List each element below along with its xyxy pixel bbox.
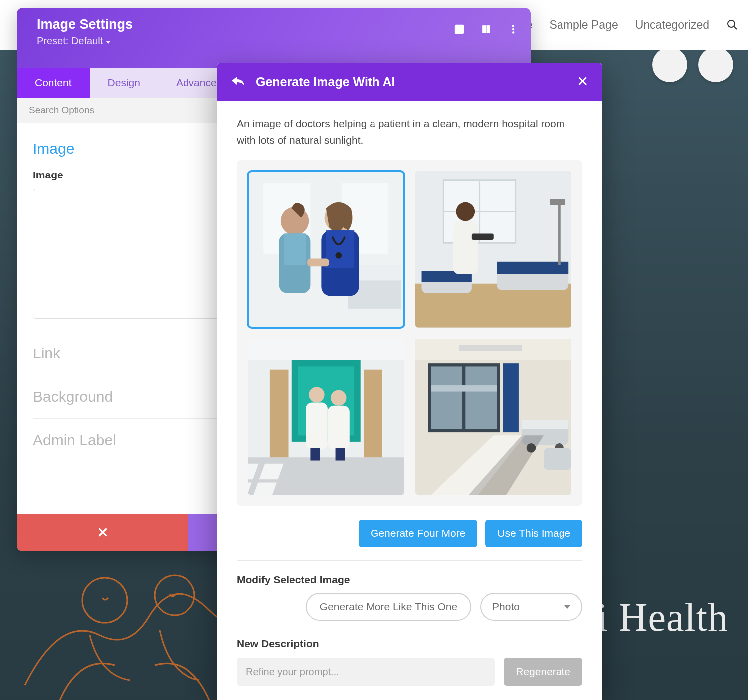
- header-actions: [453, 23, 520, 36]
- ai-prompt-text: An image of doctors helping a patient in…: [237, 116, 582, 148]
- svg-rect-18: [284, 233, 306, 265]
- generate-four-more-button[interactable]: Generate Four More: [359, 520, 477, 547]
- svg-point-52: [331, 390, 346, 405]
- svg-point-34: [456, 202, 475, 221]
- svg-point-10: [512, 32, 514, 34]
- search-icon[interactable]: [726, 19, 738, 31]
- svg-rect-23: [307, 259, 329, 267]
- more-menu-icon[interactable]: [507, 23, 520, 36]
- use-this-image-button[interactable]: Use This Image: [485, 520, 582, 547]
- ai-modal-title: Generate Image With AI: [256, 75, 395, 89]
- svg-point-8: [512, 25, 514, 27]
- svg-rect-55: [336, 448, 345, 460]
- settings-title: Image Settings: [37, 17, 517, 32]
- generated-image-2[interactable]: [415, 171, 572, 328]
- svg-rect-31: [497, 262, 568, 274]
- style-select[interactable]: Photo: [480, 593, 582, 621]
- svg-rect-63: [503, 363, 518, 432]
- svg-rect-35: [453, 221, 478, 274]
- svg-rect-51: [306, 402, 328, 449]
- svg-rect-58: [459, 345, 521, 351]
- refine-prompt-input[interactable]: [237, 658, 495, 686]
- columns-icon[interactable]: [480, 23, 493, 36]
- svg-rect-62: [431, 385, 497, 392]
- back-icon[interactable]: [231, 75, 245, 89]
- nav-link-sample-page[interactable]: Sample Page: [550, 18, 618, 32]
- tab-design[interactable]: Design: [90, 68, 158, 98]
- svg-rect-61: [465, 366, 497, 429]
- chevron-down-icon: [564, 605, 570, 609]
- svg-line-1: [734, 26, 737, 29]
- generate-image-ai-modal: Generate Image With AI ✕ An image of doc…: [217, 63, 602, 700]
- svg-rect-6: [483, 26, 486, 33]
- svg-rect-60: [431, 366, 462, 429]
- ai-primary-actions: Generate Four More Use This Image: [237, 520, 582, 547]
- generated-image-3[interactable]: [248, 339, 404, 495]
- svg-rect-65: [522, 420, 568, 429]
- svg-rect-68: [544, 448, 571, 470]
- svg-rect-5: [457, 27, 461, 31]
- svg-point-0: [728, 20, 735, 27]
- hero-title: i Health: [597, 595, 728, 640]
- settings-header: Image Settings Preset: Default: [17, 8, 531, 68]
- regenerate-button[interactable]: Regenerate: [504, 658, 582, 686]
- new-description-row: Regenerate: [237, 658, 582, 686]
- svg-rect-7: [487, 26, 490, 33]
- tab-content[interactable]: Content: [17, 68, 90, 98]
- new-description-label: New Description: [237, 638, 582, 650]
- style-select-value: Photo: [492, 601, 520, 613]
- svg-rect-36: [471, 233, 493, 240]
- generate-more-like-this-button[interactable]: Generate More Like This One: [306, 593, 471, 621]
- svg-rect-40: [248, 339, 404, 360]
- svg-rect-21: [326, 230, 354, 268]
- preset-label: Preset: Default: [37, 35, 103, 47]
- generated-image-grid: [248, 171, 571, 495]
- cancel-button[interactable]: [17, 514, 188, 551]
- image-grid-container: [237, 160, 582, 506]
- svg-point-9: [512, 28, 514, 30]
- svg-rect-38: [550, 199, 565, 206]
- generated-image-1[interactable]: [248, 171, 404, 328]
- modify-selected-label: Modify Selected Image: [237, 574, 582, 586]
- svg-point-22: [336, 252, 342, 259]
- hero-decorative-circles: [652, 50, 733, 82]
- preset-selector[interactable]: Preset: Default: [37, 35, 517, 47]
- close-icon[interactable]: ✕: [577, 75, 588, 89]
- chevron-down-icon: [106, 41, 111, 44]
- ai-modal-body: An image of doctors helping a patient in…: [217, 101, 602, 700]
- divider: [237, 560, 582, 561]
- svg-point-50: [309, 387, 324, 402]
- modify-row: Generate More Like This One Photo: [237, 593, 582, 621]
- generated-image-4[interactable]: [415, 339, 572, 495]
- svg-rect-54: [310, 448, 320, 460]
- svg-rect-53: [328, 405, 350, 449]
- svg-rect-48: [270, 369, 289, 457]
- svg-rect-49: [364, 369, 382, 457]
- nav-link-uncategorized[interactable]: Uncategorized: [635, 18, 709, 32]
- ai-modal-header: Generate Image With AI ✕: [217, 63, 602, 101]
- expand-icon[interactable]: [453, 23, 466, 36]
